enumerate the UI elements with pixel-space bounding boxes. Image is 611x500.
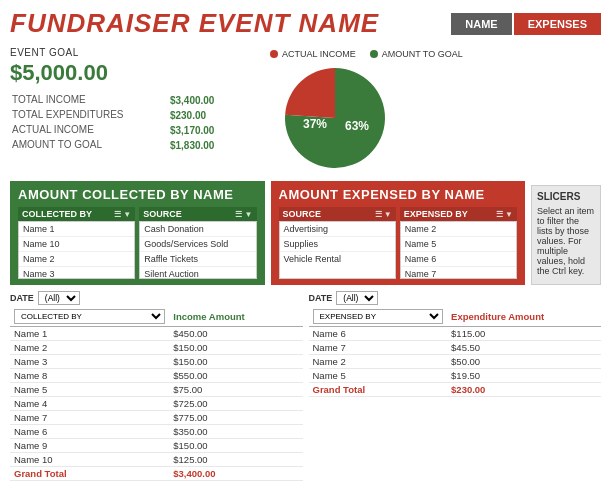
collected-table-container: DATE (All) COLLECTED BY Income Amount <box>10 291 303 481</box>
income-amount: $775.00 <box>169 411 302 425</box>
source-list[interactable]: Cash Donation Goods/Services Sold Raffle… <box>139 221 256 279</box>
list-item[interactable]: Name 10 <box>19 237 134 252</box>
name-button[interactable]: NAME <box>451 13 511 35</box>
svg-text:37%: 37% <box>303 117 327 131</box>
expensed-by-filter-icon[interactable]: ☰ ▼ <box>496 210 513 219</box>
income-amount: $75.00 <box>169 383 302 397</box>
expenses-button[interactable]: EXPENSES <box>514 13 601 35</box>
table-row: Name 6$350.00 <box>10 425 303 439</box>
collected-by-col-header[interactable]: COLLECTED BY <box>10 307 169 327</box>
bottom-section: DATE (All) COLLECTED BY Income Amount <box>0 285 611 481</box>
list-item[interactable]: Cash Donation <box>140 222 255 237</box>
collector-name: Name 10 <box>10 453 169 467</box>
table-row: Name 5$75.00 <box>10 383 303 397</box>
grand-total-label: Grand Total <box>10 467 169 481</box>
middle-section: AMOUNT COLLECTED BY NAME COLLECTED BY ☰ … <box>0 181 611 285</box>
left-stats: EVENT GOAL $5,000.00 TOTAL INCOME $3,400… <box>10 47 230 173</box>
chart-area: ACTUAL INCOME AMOUNT TO GOAL 37% <box>240 47 601 173</box>
expensed-by-col: EXPENSED BY ☰ ▼ Name 2 Name 5 Name 6 Nam… <box>400 207 517 279</box>
collected-filter-row: COLLECTED BY ☰ ▼ Name 1 Name 10 Name 2 N… <box>18 207 257 279</box>
amount-to-goal-value: $1,830.00 <box>170 139 228 152</box>
total-income-value: $3,400.00 <box>170 94 228 107</box>
collected-by-list[interactable]: Name 1 Name 10 Name 2 Name 3 <box>18 221 135 279</box>
list-item[interactable]: Vehicle Rental <box>280 252 395 266</box>
income-amount: $150.00 <box>169 355 302 369</box>
list-item[interactable]: Name 1 <box>19 222 134 237</box>
total-income-label: TOTAL INCOME <box>12 94 168 107</box>
income-amount: $350.00 <box>169 425 302 439</box>
expenditure-amount: $115.00 <box>447 327 601 341</box>
grand-total-row: Grand Total$3,400.00 <box>10 467 303 481</box>
expensed-table-container: DATE (All) EXPENSED BY Expenditure Amoun… <box>309 291 602 481</box>
collected-by-filter-icon[interactable]: ☰ ▼ <box>114 210 131 219</box>
header-buttons: NAME EXPENSES <box>451 13 601 35</box>
collector-name: Name 5 <box>10 383 169 397</box>
source-col: SOURCE ☰ ▼ Cash Donation Goods/Services … <box>139 207 256 279</box>
legend-goal: AMOUNT TO GOAL <box>370 49 463 59</box>
table-row: Name 7$45.50 <box>309 341 602 355</box>
expensed-date-filter: DATE (All) <box>309 291 602 305</box>
actual-income-label: ACTUAL INCOME <box>12 124 168 137</box>
list-item[interactable]: Raffle Tickets <box>140 252 255 267</box>
stats-table: TOTAL INCOME $3,400.00 TOTAL EXPENDITURE… <box>10 92 230 154</box>
list-item[interactable]: Supplies <box>280 237 395 252</box>
income-amount: $725.00 <box>169 397 302 411</box>
table-row: Name 5$19.50 <box>309 369 602 383</box>
list-item[interactable]: Name 5 <box>401 237 516 252</box>
expensed-box: AMOUNT EXPENSED BY NAME SOURCE ☰ ▼ Adver… <box>271 181 526 285</box>
grand-total-label: Grand Total <box>309 383 448 397</box>
collector-name: Name 8 <box>10 369 169 383</box>
table-row: Name 9$150.00 <box>10 439 303 453</box>
collected-table-body: Name 1$450.00Name 2$150.00Name 3$150.00N… <box>10 327 303 481</box>
table-row: Name 3$150.00 <box>10 355 303 369</box>
table-row: Name 1$450.00 <box>10 327 303 341</box>
grand-total-value: $3,400.00 <box>169 467 302 481</box>
event-goal-label: EVENT GOAL <box>10 47 230 58</box>
expenditure-amount: $50.00 <box>447 355 601 369</box>
expensed-name: Name 5 <box>309 369 448 383</box>
expensed-filter-row: SOURCE ☰ ▼ Advertising Supplies Vehicle … <box>279 207 518 279</box>
expensed-date-select[interactable]: (All) <box>336 291 378 305</box>
expensed-by-list[interactable]: Name 2 Name 5 Name 6 Name 7 <box>400 221 517 279</box>
expensed-name: Name 7 <box>309 341 448 355</box>
expensed-name: Name 2 <box>309 355 448 369</box>
list-item[interactable]: Advertising <box>280 222 395 237</box>
collected-box: AMOUNT COLLECTED BY NAME COLLECTED BY ☰ … <box>10 181 265 285</box>
amount-to-goal-label: AMOUNT TO GOAL <box>12 139 168 152</box>
income-amount: $450.00 <box>169 327 302 341</box>
collected-by-dropdown[interactable]: COLLECTED BY <box>14 309 165 324</box>
page-title: FUNDRAISER EVENT NAME <box>10 8 379 39</box>
header: FUNDRAISER EVENT NAME NAME EXPENSES <box>0 0 611 43</box>
list-item[interactable]: Name 6 <box>401 252 516 267</box>
source-header: SOURCE ☰ ▼ <box>139 207 256 221</box>
expensed-by-col-header[interactable]: EXPENSED BY <box>309 307 448 327</box>
expensed-by-label: EXPENSED BY <box>404 209 468 219</box>
income-amount: $150.00 <box>169 341 302 355</box>
chart-legend: ACTUAL INCOME AMOUNT TO GOAL <box>270 49 463 59</box>
list-item[interactable]: Name 2 <box>19 252 134 267</box>
collected-date-filter: DATE (All) <box>10 291 303 305</box>
list-item[interactable]: Name 7 <box>401 267 516 279</box>
collected-data-table: COLLECTED BY Income Amount Name 1$450.00… <box>10 307 303 481</box>
total-exp-value: $230.00 <box>170 109 228 122</box>
pie-chart: 37% 63% <box>260 63 420 173</box>
collected-date-select[interactable]: (All) <box>38 291 80 305</box>
expensed-table-body: Name 6$115.00Name 7$45.50Name 2$50.00Nam… <box>309 327 602 397</box>
exp-source-filter-icon[interactable]: ☰ ▼ <box>375 210 392 219</box>
collector-name: Name 3 <box>10 355 169 369</box>
collector-name: Name 7 <box>10 411 169 425</box>
collected-by-header: COLLECTED BY ☰ ▼ <box>18 207 135 221</box>
table-row: Name 2$150.00 <box>10 341 303 355</box>
list-item[interactable]: Goods/Services Sold <box>140 237 255 252</box>
grand-total-value: $230.00 <box>447 383 601 397</box>
source-filter-icon[interactable]: ☰ ▼ <box>235 210 252 219</box>
expenditure-amount: $19.50 <box>447 369 601 383</box>
expensed-by-dropdown[interactable]: EXPENSED BY <box>313 309 444 324</box>
list-item[interactable]: Name 3 <box>19 267 134 279</box>
exp-source-list[interactable]: Advertising Supplies Vehicle Rental <box>279 221 396 279</box>
source-label: SOURCE <box>143 209 182 219</box>
exp-source-header: SOURCE ☰ ▼ <box>279 207 396 221</box>
list-item[interactable]: Name 2 <box>401 222 516 237</box>
amount-to-goal-dot <box>370 50 378 58</box>
list-item[interactable]: Silent Auction <box>140 267 255 279</box>
